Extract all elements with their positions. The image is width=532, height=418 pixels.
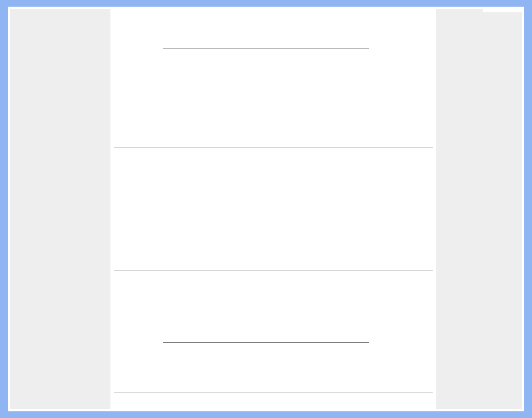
document-page[interactable]: [110, 9, 436, 409]
page-divider-full: [114, 392, 433, 393]
page-divider-full: [114, 147, 433, 148]
left-margin: [10, 9, 110, 409]
page-divider-full: [114, 270, 433, 271]
page-divider-short: [163, 48, 369, 49]
selection-frame: [0, 0, 532, 418]
document-window: [8, 7, 524, 411]
page-divider-short: [163, 342, 369, 343]
right-margin: [436, 9, 522, 409]
